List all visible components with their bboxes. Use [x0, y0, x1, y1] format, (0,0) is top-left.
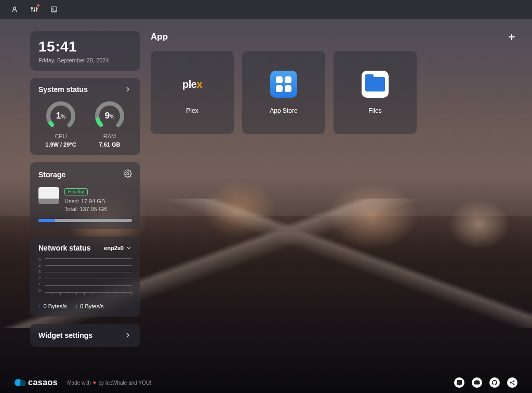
footer: casaos Made with ♥ by IceWhale and YOU!: [0, 372, 532, 393]
chevron-down-icon: [126, 245, 132, 251]
system-status-title: System status: [38, 85, 88, 94]
share-icon[interactable]: [507, 377, 517, 388]
clock-time: 15:41: [38, 38, 132, 55]
svg-point-5: [34, 10, 35, 11]
appstore-icon: [270, 71, 297, 98]
svg-line-19: [511, 382, 513, 383]
brand-logo[interactable]: casaos: [15, 378, 58, 387]
svg-point-13: [127, 173, 129, 175]
sidebar: 15:41 Friday, September 20, 2024 System …: [30, 31, 140, 372]
settings-sliders-icon[interactable]: [30, 5, 38, 14]
storage-card: Storage Healthy Used: 17.94 GB Total: 13…: [30, 162, 140, 229]
terminal-icon[interactable]: [50, 5, 58, 14]
github-icon[interactable]: [489, 377, 500, 388]
topbar: [0, 0, 532, 19]
svg-rect-7: [51, 7, 57, 11]
network-title: Network status: [38, 244, 90, 252]
svg-point-6: [36, 8, 37, 9]
add-app-button[interactable]: [506, 31, 517, 43]
tagline: Made with ♥ by IceWhale and YOU!: [67, 379, 151, 386]
gear-icon[interactable]: [124, 169, 132, 180]
user-icon[interactable]: [10, 5, 19, 14]
svg-line-20: [511, 383, 513, 384]
arrow-down-icon: ↓: [75, 303, 78, 309]
network-upload: ↑ 0 Bytes/s: [38, 303, 67, 309]
clock-card: 15:41 Friday, September 20, 2024: [30, 31, 140, 71]
network-download: ↓ 0 Bytes/s: [75, 303, 104, 309]
cpu-gauge: 1% CPU 1.9W / 29°C: [38, 100, 83, 148]
svg-point-0: [14, 7, 16, 9]
apps-section-title: App: [151, 32, 168, 42]
heart-icon: ♥: [93, 379, 97, 386]
storage-used: Used: 17.94 GB: [64, 198, 132, 205]
network-interface-selector[interactable]: enp2s0: [104, 245, 132, 251]
network-card: Network status enp2s0 5 4 3 2 1 0: [30, 237, 140, 317]
discord-icon[interactable]: [472, 377, 482, 388]
content-area: App plex Plex App Store: [151, 31, 517, 372]
arrow-up-icon: ↑: [38, 303, 42, 309]
chevron-right-icon[interactable]: [124, 85, 132, 94]
storage-total: Total: 137.95 GB: [64, 205, 132, 213]
svg-point-4: [31, 8, 32, 9]
widget-settings-button[interactable]: Widget settings: [30, 324, 140, 347]
feedback-icon[interactable]: [454, 377, 464, 388]
clock-date: Friday, September 20, 2024: [38, 57, 132, 63]
app-tile-plex[interactable]: plex Plex: [151, 51, 234, 134]
health-badge: Healthy: [64, 188, 88, 195]
files-icon: [362, 71, 389, 98]
app-tile-files[interactable]: Files: [334, 51, 417, 134]
storage-title: Storage: [38, 171, 65, 179]
ram-gauge: 9% RAM 7.61 GB: [87, 100, 132, 148]
disk-icon: [38, 187, 59, 204]
app-tile-appstore[interactable]: App Store: [242, 51, 325, 134]
system-status-card: System status 1% CPU 1.9W / 29°C: [30, 78, 140, 155]
network-chart: 5 4 3 2 1 0: [38, 257, 132, 298]
plex-icon: plex: [179, 71, 206, 98]
storage-progress: [38, 219, 132, 222]
chevron-right-icon: [124, 331, 132, 339]
logo-icon: [15, 378, 27, 387]
